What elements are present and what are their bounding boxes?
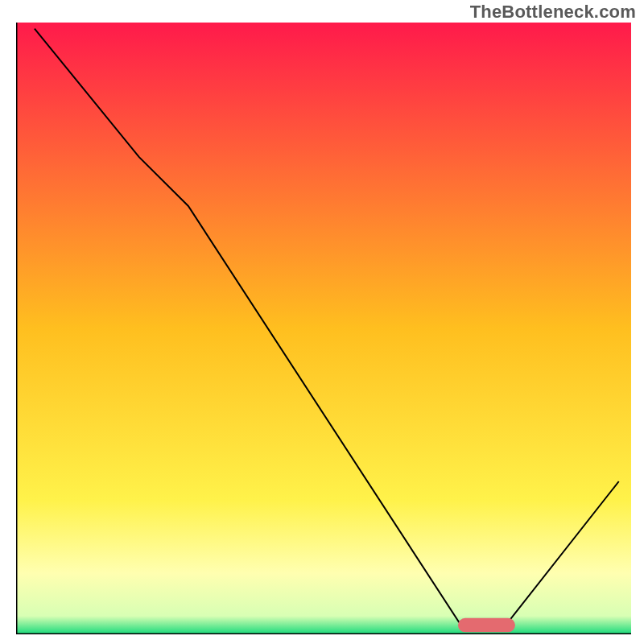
plot-area xyxy=(16,23,631,634)
watermark-label: TheBottleneck.com xyxy=(470,2,636,23)
chart-container: TheBottleneck.com xyxy=(0,0,644,644)
chart-svg xyxy=(16,23,631,634)
plot-background xyxy=(16,23,631,634)
